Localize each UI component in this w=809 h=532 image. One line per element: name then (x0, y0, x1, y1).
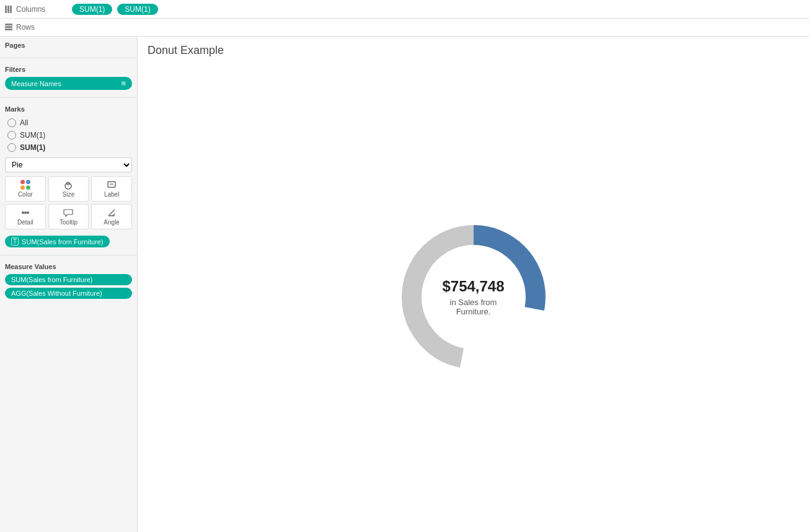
label-icon (107, 180, 117, 190)
svg-rect-4 (5, 26, 12, 28)
marks-sum1-circle-icon (7, 131, 16, 140)
marks-color-label: Color (18, 191, 33, 198)
marks-all-circle-icon (7, 118, 16, 127)
marks-section: Marks All SUM(1) SUM(1) Pie Bar Line Are… (0, 100, 137, 252)
marks-sum1-item[interactable]: SUM(1) (5, 129, 132, 141)
marks-sum1-bold-item[interactable]: SUM(1) (5, 141, 132, 154)
size-icon (63, 180, 73, 190)
rows-row: Rows (0, 19, 809, 36)
mv-chip-agg-no-furniture[interactable]: AGG(Sales Without Furniture) (5, 288, 132, 299)
filters-title: Filters (5, 66, 132, 73)
sidebar: Pages Filters Measure Names ≡ Marks All … (0, 37, 138, 532)
main-area: Pages Filters Measure Names ≡ Marks All … (0, 37, 809, 532)
donut-center-hole (423, 246, 524, 348)
svg-point-7 (67, 182, 69, 185)
measure-values-section: Measure Values SUM(Sales from Furniture)… (0, 258, 137, 306)
svg-rect-2 (10, 6, 12, 13)
svg-rect-5 (5, 29, 12, 30)
angle-icon (107, 208, 117, 218)
measure-names-filter-chip[interactable]: Measure Names ≡ (5, 77, 132, 90)
measure-values-title: Measure Values (5, 263, 132, 270)
marks-tooltip-button[interactable]: Tooltip (48, 204, 89, 229)
canvas-chart: $754,748 in Sales from Furniture. (138, 62, 809, 532)
pages-section: Pages (0, 37, 137, 55)
svg-point-11 (24, 211, 27, 214)
marks-chip-T-icon: T (11, 237, 19, 246)
top-bar: Columns SUM(1) SUM(1) Rows (0, 0, 809, 37)
svg-rect-1 (7, 6, 9, 13)
marks-size-button[interactable]: Size (48, 176, 89, 202)
marks-angle-button[interactable]: Angle (91, 204, 132, 229)
pages-title: Pages (5, 42, 132, 49)
marks-type-row: Pie Bar Line Area Circle (5, 157, 132, 172)
donut-chart: $754,748 in Sales from Furniture. (393, 216, 554, 378)
marks-sum-furniture-chip[interactable]: T SUM(Sales from Furniture) (5, 236, 110, 247)
svg-point-12 (27, 211, 29, 214)
marks-detail-label: Detail (17, 219, 33, 226)
canvas-area: Donut Example $754,748 in Sales from Fur… (138, 37, 809, 532)
mv-chip-sum-furniture[interactable]: SUM(Sales from Furniture) (5, 274, 132, 285)
columns-sum1-pill2[interactable]: SUM(1) (117, 4, 157, 15)
marks-color-button[interactable]: Color (5, 176, 46, 202)
detail-icon (20, 208, 30, 218)
svg-point-10 (22, 211, 24, 214)
marks-buttons-grid: Color Size Label (5, 176, 132, 229)
marks-sum1-bold-circle-icon (7, 143, 16, 152)
filters-section: Filters Measure Names ≡ (0, 61, 137, 95)
marks-detail-button[interactable]: Detail (5, 204, 46, 229)
marks-all-item[interactable]: All (5, 117, 132, 129)
marks-label-button[interactable]: Label (91, 176, 132, 202)
filter-chip-icon: ≡ (121, 79, 126, 88)
svg-rect-0 (5, 6, 7, 13)
marks-size-label: Size (63, 191, 74, 198)
columns-icon (5, 6, 14, 13)
columns-label: Columns (5, 5, 67, 14)
columns-row: Columns SUM(1) SUM(1) (0, 0, 809, 19)
marks-tooltip-label: Tooltip (60, 219, 77, 226)
tooltip-icon (63, 208, 73, 218)
svg-rect-3 (5, 24, 12, 25)
marks-label-label: Label (104, 191, 119, 198)
marks-angle-label: Angle (104, 219, 120, 226)
columns-sum1-pill1[interactable]: SUM(1) (72, 4, 112, 15)
svg-point-6 (65, 183, 71, 189)
donut-svg (393, 216, 554, 378)
rows-icon (5, 24, 14, 31)
canvas-title: Donut Example (138, 37, 809, 62)
marks-type-select[interactable]: Pie Bar Line Area Circle (5, 157, 132, 172)
rows-label: Rows (5, 23, 67, 32)
marks-title: Marks (5, 105, 132, 113)
